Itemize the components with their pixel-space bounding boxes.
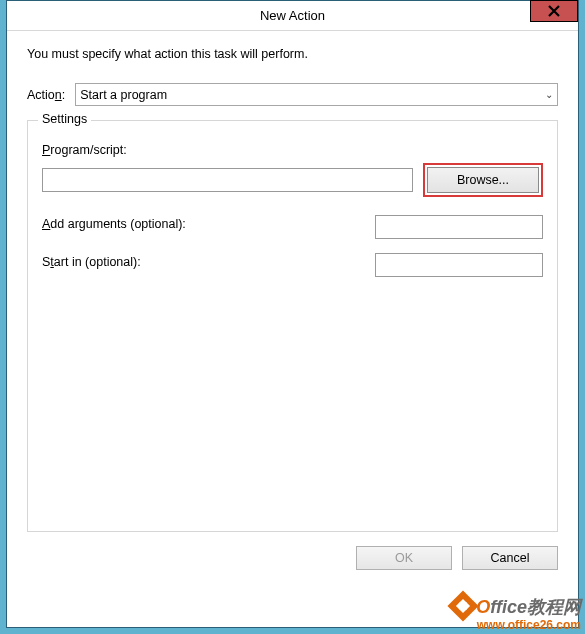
arguments-row: Add arguments (optional): bbox=[42, 215, 543, 239]
action-dropdown[interactable]: Start a program ⌄ bbox=[75, 83, 558, 106]
close-icon bbox=[548, 5, 560, 17]
startin-input[interactable] bbox=[375, 253, 543, 277]
program-label: Program/script: bbox=[42, 143, 543, 157]
chevron-down-icon: ⌄ bbox=[545, 89, 553, 100]
window-title: New Action bbox=[7, 8, 578, 23]
ok-button[interactable]: OK bbox=[356, 546, 452, 570]
settings-group-title: Settings bbox=[38, 112, 91, 126]
titlebar: New Action bbox=[7, 1, 578, 31]
startin-row: Start in (optional): bbox=[42, 253, 543, 277]
watermark-brand: Office教程网 bbox=[452, 597, 581, 619]
cancel-button[interactable]: Cancel bbox=[462, 546, 558, 570]
program-row: Browse... bbox=[42, 163, 543, 197]
arguments-input[interactable] bbox=[375, 215, 543, 239]
watermark: Office教程网 www.office26.com bbox=[452, 597, 581, 632]
instruction-text: You must specify what action this task w… bbox=[27, 47, 558, 61]
dialog-buttons: OK Cancel bbox=[27, 546, 558, 570]
dialog-content: You must specify what action this task w… bbox=[7, 31, 578, 584]
startin-label: Start in (optional): bbox=[42, 255, 141, 269]
arguments-label: Add arguments (optional): bbox=[42, 217, 186, 231]
action-label: Action: bbox=[27, 88, 65, 102]
browse-button[interactable]: Browse... bbox=[427, 167, 539, 193]
close-button[interactable] bbox=[530, 0, 578, 22]
watermark-url: www.office26.com bbox=[452, 619, 581, 632]
action-row: Action: Start a program ⌄ bbox=[27, 83, 558, 106]
dialog-window: New Action You must specify what action … bbox=[6, 0, 579, 628]
browse-highlight: Browse... bbox=[423, 163, 543, 197]
action-selected-value: Start a program bbox=[80, 88, 167, 102]
settings-group: Settings Program/script: Browse... Add a… bbox=[27, 120, 558, 532]
program-input[interactable] bbox=[42, 168, 413, 192]
